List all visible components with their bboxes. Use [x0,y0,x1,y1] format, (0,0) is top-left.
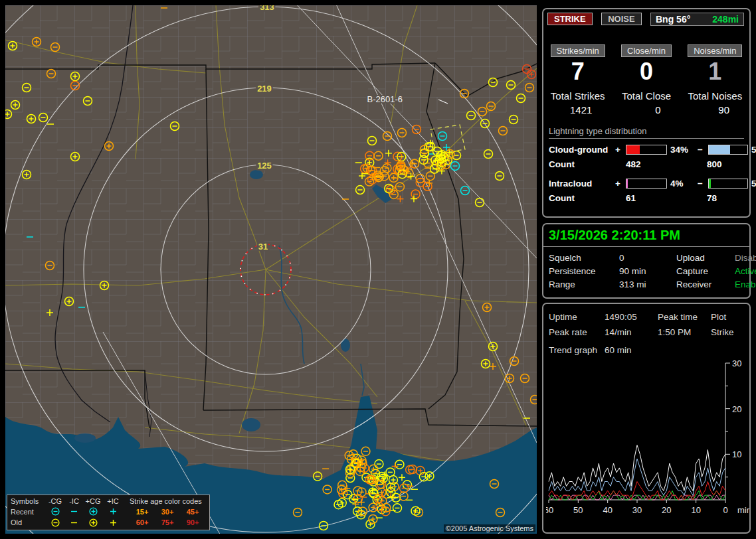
lightning-map[interactable]: B-2601-6 31321912531 [5,5,537,534]
persistence-label: Persistence [549,265,619,278]
svg-text:0: 0 [723,505,727,515]
bearing-distance: 248mi [712,14,739,25]
close-counter: Close/min 0 Total Close 0 [612,44,680,116]
noise-button[interactable]: NOISE [601,13,641,25]
total-close-value: 0 [612,104,680,116]
system-status-panel: 3/15/2026 2:20:11 PM Squelch 0 Upload Di… [542,223,751,299]
capture-label: Capture [676,265,735,278]
age-60: 60+ [130,518,155,527]
strike-counters-panel: STRIKE NOISE Bng 56° 248mi Strikes/min 7… [542,8,751,218]
copyright-text: ©2005 Astrogenic Systems [444,524,535,532]
total-close-label: Total Close [612,90,680,102]
close-per-min-chip[interactable]: Close/min [621,44,672,57]
peak-rate-value: 14/min [605,325,658,340]
legend-col-ic-pos: +IC [103,497,123,506]
age-15: 15+ [130,507,155,516]
total-noises-label: Total Noises [681,90,749,102]
cg-minus-bar [708,145,748,155]
cg-count-label: Count [549,159,626,169]
app-window: B-2601-6 31321912531 Symbols -CG -IC +CG… [0,0,756,539]
bearing-label: Bng 56° [656,14,690,25]
legend-age-header: Strike age color codes [130,497,205,506]
uptime-value: 1490:05 [605,309,658,325]
ic-minus-pct: 5% [748,179,756,189]
cloud-ground-count-row: Count 482 800 [549,159,744,169]
svg-text:30: 30 [632,505,642,515]
strike-button[interactable]: STRIKE [547,13,593,25]
receiver-label: Receiver [676,278,735,291]
age-45: 45+ [180,507,205,516]
svg-text:B-2601-6: B-2601-6 [367,94,403,104]
ic-plus-sign: + [615,179,626,189]
map-panel[interactable]: B-2601-6 31321912531 Symbols -CG -IC +CG… [5,5,537,534]
noises-per-min-chip[interactable]: Noises/min [688,44,742,57]
intracloud-count-row: Count 61 78 [549,193,744,203]
svg-text:10: 10 [732,449,741,459]
plot-value: Strike [711,325,744,340]
uptime-label: Uptime [549,309,605,325]
squelch-label: Squelch [549,252,619,265]
peak-rate-label: Peak rate [549,325,605,340]
cg-plus-bar [626,145,667,155]
close-rate-value: 0 [612,59,680,84]
datetime-display: 3/15/2026 2:20:11 PM [543,224,749,247]
persistence-value: 90 min [619,265,676,278]
legend-col-cg-pos: +CG [83,497,103,506]
recent-ic-neg-icon [65,506,83,517]
trend-chart: 1020306050403020100min [546,356,749,524]
svg-text:313: 313 [260,5,274,12]
noises-counter: Noises/min 1 Total Noises 90 [681,44,749,116]
cg-plus-count: 482 [626,159,707,169]
legend-symbols-header: Symbols [11,497,45,506]
plot-label: Plot [711,309,744,325]
age-90: 90+ [180,518,205,527]
total-strikes-value: 1421 [543,104,612,116]
cg-minus-sign: − [698,145,708,155]
noises-rate-value: 1 [681,59,749,84]
ic-minus-bar [708,179,748,189]
ic-plus-pct: 4% [667,179,698,189]
trend-panel: Uptime 1490:05 Peak time Plot Peak rate … [542,303,751,534]
total-strikes-label: Total Strikes [543,90,612,102]
map-legend: Symbols -CG -IC +CG +IC Strike age color… [7,495,210,530]
legend-row-old-label: Old [11,518,45,527]
stats-grid: Uptime 1490:05 Peak time Plot Peak rate … [543,304,749,340]
trend-graph-value[interactable]: 60 min [605,345,744,355]
intracloud-row: Intracloud + 4% − 5% [549,179,744,189]
strikes-rate-value: 7 [543,59,612,84]
strikes-counter: Strikes/min 7 Total Strikes 1421 [543,44,612,116]
svg-text:min: min [737,505,749,515]
old-ic-pos-icon [103,517,123,528]
svg-text:60: 60 [546,505,553,515]
svg-text:10: 10 [691,505,700,515]
strikes-per-min-chip[interactable]: Strikes/min [551,44,605,57]
upload-label: Upload [676,252,735,265]
age-75: 75+ [155,518,180,527]
upload-value: Disabled [735,252,756,265]
cloud-ground-label: Cloud-ground [549,145,615,155]
legend-col-ic-neg: -IC [65,497,83,506]
legend-row-recent-label: Recent [11,507,45,516]
trend-graph-label: Trend graph [549,345,605,355]
svg-text:31: 31 [258,242,268,252]
squelch-value: 0 [619,252,676,265]
cg-minus-pct: 56% [748,145,756,155]
ic-minus-sign: − [698,179,708,189]
old-cg-neg-icon [45,517,65,528]
cg-plus-sign: + [615,145,626,155]
svg-text:125: 125 [257,161,272,171]
range-value: 313 mi [619,278,676,291]
svg-text:40: 40 [603,505,612,515]
old-cg-pos-icon [83,517,103,528]
cg-plus-pct: 34% [667,145,698,155]
svg-text:50: 50 [573,505,583,515]
age-30: 30+ [155,507,180,516]
range-label: Range [549,278,619,291]
receiver-value: Enabled [735,278,756,291]
status-grid: Squelch 0 Upload Disabled Persistence 90… [543,247,749,291]
old-ic-neg-icon [65,517,83,528]
peak-time-label: Peak time [658,309,711,325]
cg-minus-count: 800 [707,159,744,169]
bearing-readout: Bng 56° 248mi [650,13,744,26]
svg-text:30: 30 [732,358,741,368]
